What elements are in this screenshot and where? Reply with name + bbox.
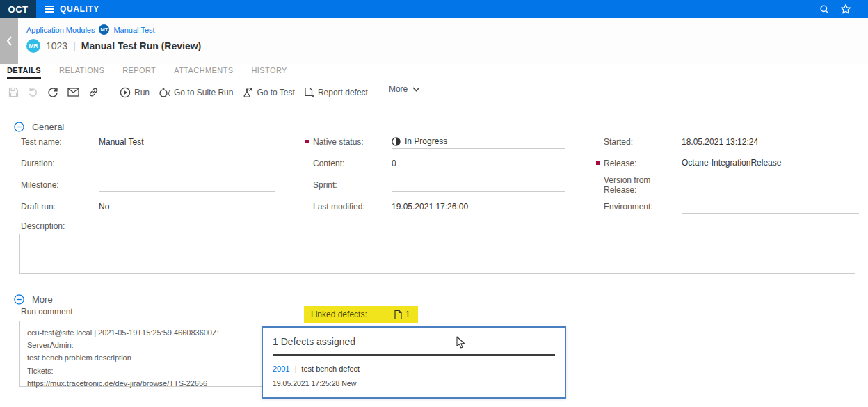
linked-defects-link[interactable]: 1 [394,310,410,320]
breadcrumb: Application Modules MT Manual Test [26,24,201,35]
copy-link-button[interactable] [88,87,99,97]
octane-run-details-page: OCT QUALITY Application Modules MT Manua… [0,0,868,407]
manual-test-badge: MT [99,24,109,35]
entity-header: Application Modules MT Manual Test MR 10… [0,18,868,64]
defect-row: 2001 | test bench defect [273,365,555,373]
field-started: Started: 18.05.2021 13:12:24 [604,131,859,152]
milestone-input[interactable] [99,177,275,192]
tab-attachments[interactable]: ATTACHMENTS [174,64,233,79]
version-from-release-value [682,177,859,192]
test-name-value[interactable]: Manual Test [99,134,275,149]
field-milestone: Milestone: [21,174,275,195]
more-section-title: More [32,294,53,305]
more-section-header: More [14,294,53,305]
description-input[interactable] [19,234,855,274]
general-column-3: Started: 18.05.2021 13:12:24 Release: Oc… [604,131,859,217]
field-sprint: Sprint: [313,174,565,195]
run-button[interactable]: Run [120,87,150,98]
toolbar-separator-more [380,81,380,104]
back-button[interactable] [0,18,18,64]
defect-document-icon [394,310,403,320]
defect-separator: | [294,365,296,373]
general-column-2: Native status: In Progress Content: 0 Sp… [313,131,565,217]
draft-run-value: No [99,199,275,214]
linked-defects-label: Linked defects: [311,310,367,319]
field-environment: Environment: [604,195,859,217]
go-to-suite-run-button[interactable]: Go to Suite Run [159,87,233,98]
chevron-down-icon [412,87,420,92]
required-marker [596,161,600,165]
top-bar: OCT QUALITY [0,0,868,18]
tab-report[interactable]: REPORT [122,64,156,79]
field-release: Release: Octane-IntegrationRelease [604,152,859,174]
search-icon[interactable] [819,4,830,15]
defect-id-link[interactable]: 2001 [273,365,289,373]
field-duration: Duration: [21,152,275,174]
run-comment-label: Run comment: [21,307,75,317]
popup-divider [273,354,555,356]
content-value: 0 [392,156,565,170]
field-draft-run: Draft run: No [21,195,275,217]
linked-defects-field: Linked defects: 1 [304,306,418,323]
toolbar: Run Go to Suite Run Go to Test Report de… [0,79,868,106]
toolbar-separator [111,84,111,101]
mouse-cursor [456,336,466,349]
environment-input[interactable] [682,199,859,214]
workspace-title: QUALITY [60,4,99,14]
sprint-input[interactable] [392,177,565,192]
tab-relations[interactable]: RELATIONS [59,64,104,79]
undo-button[interactable] [28,87,38,97]
description-label: Description: [21,221,65,231]
field-test-name: Test name: Manual Test [21,131,275,152]
field-last-modified: Last modified: 19.05.2021 17:26:00 [313,195,565,217]
hamburger-menu-icon[interactable] [45,6,54,13]
favorites-star-icon[interactable] [840,3,851,15]
page-title: Manual Test Run (Review) [81,40,201,51]
popup-title: 1 Defects assigned [273,336,555,347]
oct-logo: OCT [0,0,36,18]
general-column-1: Test name: Manual Test Duration: Milesto… [21,131,275,217]
report-defect-button[interactable]: Report defect [304,87,368,98]
release-input[interactable]: Octane-IntegrationRelease [682,156,859,170]
refresh-button[interactable] [47,87,58,98]
required-marker [305,140,309,143]
tab-details[interactable]: DETAILS [7,64,41,79]
defect-name: test bench defect [301,365,360,373]
entity-title-row: MR 1023 | Manual Test Run (Review) [26,39,201,53]
entity-id: 1023 [46,40,67,51]
field-content: Content: 0 [313,152,565,174]
field-native-status: Native status: In Progress [313,131,565,152]
more-menu-button[interactable]: More [389,79,420,94]
entity-id-separator: | [73,40,76,51]
defects-assigned-popup: 1 Defects assigned 2001 | test bench def… [262,326,566,399]
defect-meta: 19.05.2021 17:25:28 New [273,379,555,388]
save-button[interactable] [8,87,19,97]
email-button[interactable] [67,88,79,97]
in-progress-status-icon [392,137,401,146]
started-value: 18.05.2021 13:12:24 [682,134,859,149]
manual-run-badge: MR [26,39,40,53]
app-bar: QUALITY [36,0,868,18]
field-version-from-release: Version from Release: [604,174,859,195]
entity-tabs: DETAILS RELATIONS REPORT ATTACHMENTS HIS… [0,64,868,79]
collapse-section-icon[interactable] [14,294,24,305]
last-modified-value: 19.05.2021 17:26:00 [392,199,565,214]
native-status-input[interactable]: In Progress [392,134,565,149]
go-to-test-button[interactable]: Go to Test [242,87,294,98]
breadcrumb-application-modules[interactable]: Application Modules [26,26,95,34]
tab-history[interactable]: HISTORY [252,64,287,79]
breadcrumb-manual-test[interactable]: Manual Test [113,26,154,34]
duration-input[interactable] [99,156,275,170]
